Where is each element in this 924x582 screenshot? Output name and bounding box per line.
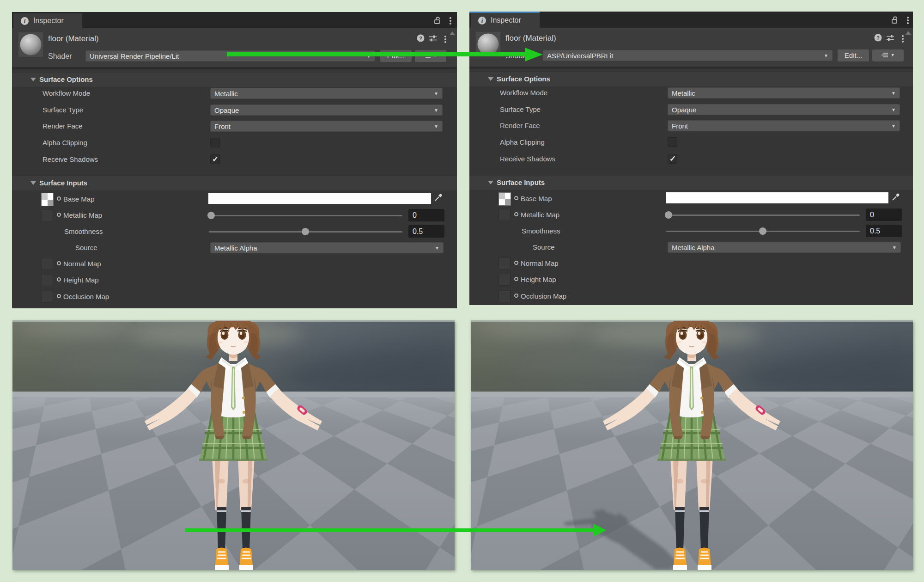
svg-text:?: ?	[419, 36, 422, 41]
svg-text:?: ?	[876, 35, 880, 41]
